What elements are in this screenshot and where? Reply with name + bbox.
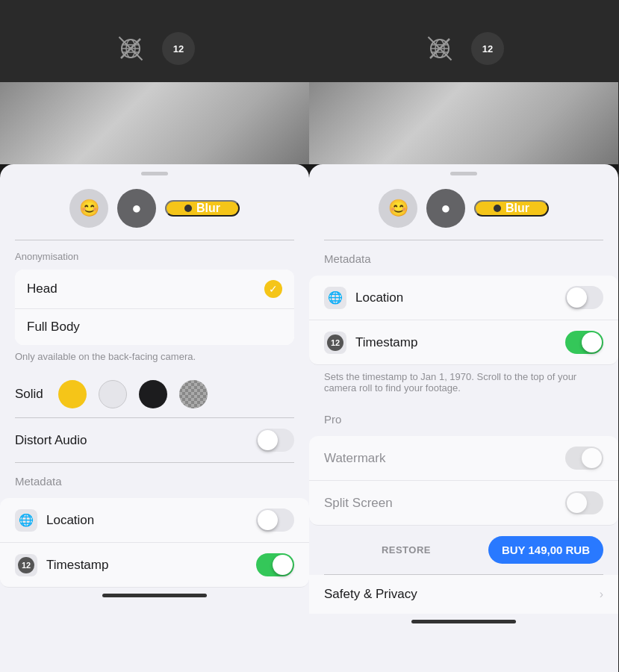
left-color-white[interactable]	[99, 380, 127, 408]
right-watermark-toggle[interactable]	[565, 447, 603, 470]
left-timestamp-toggle[interactable]	[256, 553, 294, 576]
left-home-indicator	[102, 594, 207, 597]
right-splitscreen-row: Split Screen	[309, 481, 618, 526]
crossed-wifi-icon-right	[423, 32, 456, 65]
right-timestamp-label: Timestamp	[355, 335, 565, 350]
left-camera-preview	[0, 82, 309, 164]
left-anon-list: Head ✓ Full Body	[15, 270, 294, 345]
right-mode-emoji[interactable]: 😊	[379, 189, 417, 228]
buy-button[interactable]: BUY 149,00 RUB	[488, 536, 603, 564]
right-mode-blur[interactable]: Blur	[474, 200, 549, 217]
left-mode-blur[interactable]: Blur	[165, 200, 240, 217]
left-location-row: 🌐 Location	[0, 498, 309, 543]
left-timestamp-icon: 12	[15, 554, 37, 576]
left-fullbody-item[interactable]: Full Body	[15, 309, 294, 345]
right-pro-label: Pro	[324, 413, 603, 426]
right-splitscreen-thumb	[567, 493, 587, 513]
right-safety-label: Safety & Privacy	[324, 587, 600, 602]
left-distort-label: Distort Audio	[15, 433, 256, 448]
left-top-bar: 12	[0, 0, 309, 82]
right-location-row: 🌐 Location	[309, 276, 618, 320]
right-mode-selector: 😊 ● Blur	[309, 181, 618, 240]
right-location-icon: 🌐	[324, 287, 346, 309]
left-solid-label: Solid	[15, 387, 43, 402]
left-distort-thumb	[258, 430, 278, 450]
blur-dot	[184, 205, 192, 212]
left-solid-row: Solid	[0, 371, 309, 417]
restore-button[interactable]: RESTORE	[324, 544, 488, 556]
left-location-toggle[interactable]	[256, 508, 294, 532]
right-location-thumb	[567, 287, 587, 308]
left-head-label: Head	[27, 281, 264, 296]
right-location-toggle[interactable]	[565, 286, 603, 309]
right-metadata-label: Metadata	[324, 252, 603, 265]
right-panel: 12 😊 ● Blur Metadata 🌐 Location 1	[309, 0, 618, 672]
right-watermark-label: Watermark	[324, 451, 565, 466]
right-pro-section: Pro	[309, 402, 618, 436]
left-metadata-section: Metadata	[0, 463, 309, 498]
right-timestamp-icon: 12	[324, 332, 346, 354]
left-panel: 12 😊 ● Blur Anonymisation Head ✓ Full Bo…	[0, 0, 309, 672]
right-watermark-row: Watermark	[309, 436, 618, 481]
right-timestamp-hint: Sets the timestamp to Jan 1, 1970. Scrol…	[309, 365, 618, 402]
left-color-texture[interactable]	[179, 380, 208, 408]
right-watermark-thumb	[582, 448, 602, 468]
left-hint: Only available on the back-facing camera…	[0, 345, 309, 371]
right-mode-dot[interactable]: ●	[426, 189, 465, 228]
right-timestamp-row: 12 Timestamp	[309, 320, 618, 365]
right-chevron-icon: ›	[600, 588, 603, 601]
right-camera-preview	[309, 82, 618, 164]
left-timestamp-row: 12 Timestamp	[0, 543, 309, 588]
left-timestamp-label: Timestamp	[46, 558, 256, 573]
right-sheet: 😊 ● Blur Metadata 🌐 Location 12 Timestam…	[309, 164, 618, 672]
left-distort-toggle[interactable]	[256, 429, 294, 452]
right-splitscreen-toggle[interactable]	[565, 491, 603, 514]
left-head-check: ✓	[264, 280, 282, 298]
left-distort-row: Distort Audio	[0, 418, 309, 462]
left-head-item[interactable]: Head ✓	[15, 270, 294, 309]
left-fullbody-label: Full Body	[27, 320, 282, 335]
left-location-label: Location	[46, 513, 256, 528]
right-location-label: Location	[355, 290, 565, 305]
left-mode-emoji[interactable]: 😊	[69, 189, 108, 228]
right-timestamp-thumb	[582, 332, 602, 352]
left-sheet-handle[interactable]	[141, 172, 168, 175]
timer-icon-left: 12	[162, 32, 195, 65]
right-top-bar: 12	[309, 0, 618, 82]
right-safety-row[interactable]: Safety & Privacy ›	[309, 575, 618, 614]
left-mode-dot[interactable]: ●	[117, 189, 156, 228]
left-sheet: 😊 ● Blur Anonymisation Head ✓ Full Body …	[0, 164, 309, 672]
left-metadata-label: Metadata	[15, 475, 294, 488]
left-color-black[interactable]	[139, 380, 167, 408]
right-sheet-handle[interactable]	[450, 172, 477, 175]
left-color-yellow[interactable]	[58, 380, 87, 408]
left-location-thumb	[258, 510, 278, 530]
left-anon-label: Anonymisation	[15, 251, 294, 262]
timer-icon-right: 12	[471, 32, 504, 65]
right-home-indicator	[411, 620, 516, 623]
right-restore-row: RESTORE BUY 149,00 RUB	[309, 526, 618, 574]
left-location-icon: 🌐	[15, 509, 37, 532]
left-mode-selector: 😊 ● Blur	[0, 181, 309, 240]
right-splitscreen-label: Split Screen	[324, 496, 565, 511]
right-timestamp-toggle[interactable]	[565, 331, 603, 354]
right-metadata-section: Metadata	[309, 240, 618, 276]
left-timestamp-thumb	[273, 555, 293, 575]
right-blur-dot	[494, 205, 501, 212]
crossed-wifi-icon-left	[114, 32, 147, 65]
left-anonymisation-section: Anonymisation Head ✓ Full Body	[0, 240, 309, 345]
